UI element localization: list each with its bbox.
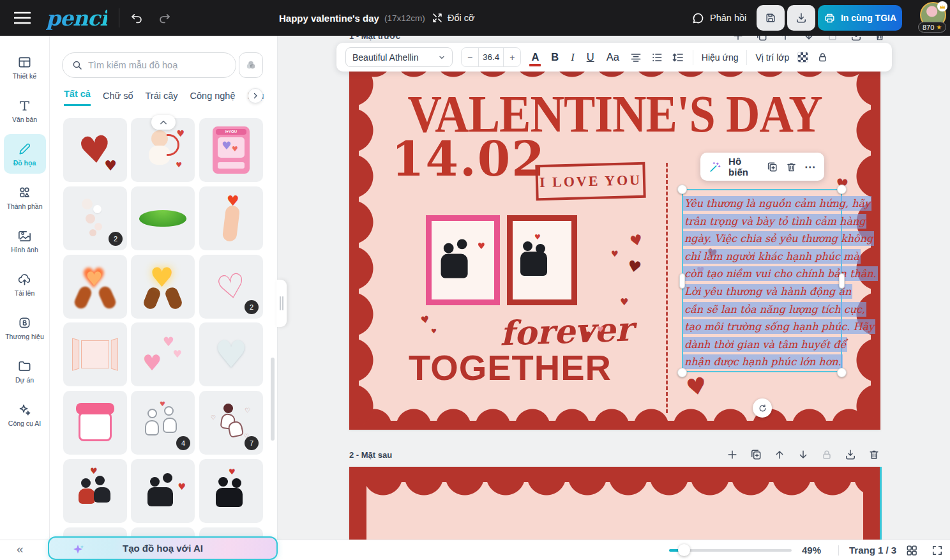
layer-position-button[interactable]: Vị trí lớp: [755, 52, 789, 63]
list-button[interactable]: [651, 51, 663, 64]
menu-icon[interactable]: [14, 0, 31, 36]
sidebar-item-uploads[interactable]: Tải lên: [4, 264, 46, 304]
download-page-icon[interactable]: [850, 36, 863, 42]
text-color-button[interactable]: A: [529, 50, 541, 64]
graphic-tile-couple-hug-red[interactable]: ♥: [63, 459, 127, 523]
duplicate-element-button[interactable]: [766, 161, 778, 173]
resize-handle-right[interactable]: [839, 273, 845, 289]
resize-handle-left[interactable]: [679, 273, 685, 289]
graphic-tile-pink-frame[interactable]: [63, 322, 127, 386]
duplicate-page-icon[interactable]: [755, 36, 768, 42]
text-case-button[interactable]: Aa: [605, 50, 621, 64]
collapse-results-button[interactable]: [151, 115, 176, 130]
move-down-icon[interactable]: [803, 36, 815, 42]
collapse-panel-button[interactable]: «: [17, 542, 24, 556]
pages-grid-button[interactable]: [905, 544, 918, 557]
print-button[interactable]: In cùng TGIA: [818, 5, 902, 31]
delete-page-icon[interactable]: [868, 448, 880, 461]
sidebar-item-ai-tools[interactable]: Công cụ AI: [4, 395, 46, 434]
graphic-tile-love-arcade-machine[interactable]: I♥YOU ♥ ♥: [199, 118, 263, 182]
line-spacing-button[interactable]: [672, 51, 684, 64]
sidebar-item-design[interactable]: Thiết kế: [4, 47, 46, 87]
align-button[interactable]: [630, 51, 642, 64]
color-filter-button[interactable]: [239, 52, 263, 78]
resize-handle-bottom-right[interactable]: [837, 368, 847, 377]
add-page-icon[interactable]: [732, 36, 744, 42]
graphic-tile-hands-golden-heart[interactable]: ♥: [131, 255, 195, 319]
font-select[interactable]: Beautiful Athellin: [345, 47, 453, 67]
increase-font-button[interactable]: +: [504, 52, 520, 63]
add-page-icon[interactable]: [726, 448, 739, 461]
graphic-tile-hands-orange-glow-heart[interactable]: ♥ ♥: [63, 255, 127, 319]
duplicate-page-icon[interactable]: [750, 448, 762, 461]
panel-scrollbar[interactable]: [271, 358, 275, 441]
graphic-tile-grass-mound[interactable]: [131, 186, 195, 250]
together-text[interactable]: TOGETHER: [389, 347, 631, 388]
zoom-slider-handle[interactable]: [678, 544, 690, 556]
sidebar-item-images[interactable]: Hình ảnh: [4, 221, 46, 261]
graphic-tile-bubble-hearts[interactable]: ♥ ♥ ♥: [131, 322, 195, 386]
graphic-tile-couple-walking-sketch[interactable]: ♡ ♡ ♡ 7: [199, 391, 263, 455]
sidebar-item-projects[interactable]: Dự án: [4, 351, 46, 391]
lock-page-icon[interactable]: [826, 36, 839, 42]
sidebar-item-components[interactable]: Thành phần: [4, 178, 46, 217]
undo-icon[interactable]: [130, 0, 144, 36]
message-text-element[interactable]: Yêu thương là nguồn cảm hứng, hãy trân t…: [683, 190, 841, 371]
graphic-tile-pearl-balloons[interactable]: 2: [63, 186, 127, 250]
couple-stamp-pink[interactable]: ♥: [426, 215, 500, 305]
page-1-label[interactable]: 1 - Mặt trước: [349, 36, 400, 42]
resize-handle-bottom-left[interactable]: [677, 368, 687, 377]
i-love-you-stamp[interactable]: I LOVE YOU: [535, 162, 645, 201]
effects-button[interactable]: Hiệu ứng: [702, 52, 739, 63]
sidebar-item-brand[interactable]: Thương hiệu: [4, 308, 46, 347]
lock-page-icon[interactable]: [820, 448, 833, 461]
tab-fruit[interactable]: Trái cây: [146, 91, 178, 106]
document-title[interactable]: Happy valentine's day: [279, 13, 379, 24]
rotate-handle[interactable]: [753, 398, 772, 418]
underline-button[interactable]: U: [585, 50, 596, 64]
credits-badge[interactable]: 870 ★: [918, 22, 946, 33]
graphic-tile-glass-heart[interactable]: ♥: [199, 322, 263, 386]
delete-page-icon[interactable]: [873, 36, 886, 42]
delete-element-button[interactable]: [785, 161, 797, 173]
card-date-text[interactable]: 14.02: [391, 132, 546, 186]
transform-button[interactable]: Hô biến: [728, 156, 759, 178]
font-size-stepper[interactable]: − 36.4 +: [461, 47, 521, 67]
graphic-tile-pink-gift-box[interactable]: [63, 391, 127, 455]
tab-all[interactable]: Tất cả: [64, 89, 91, 106]
tab-technology[interactable]: Công nghệ: [190, 91, 236, 106]
move-up-icon[interactable]: [773, 448, 786, 461]
lock-button[interactable]: [817, 51, 829, 63]
font-size-value[interactable]: 36.4: [478, 48, 504, 66]
feedback-button[interactable]: Phản hồi: [691, 0, 746, 36]
graphic-tile-couple-hug-black[interactable]: ♥: [131, 459, 195, 523]
save-button[interactable]: [757, 5, 785, 31]
redo-icon[interactable]: [158, 0, 172, 36]
graphic-tile-couple-sketch[interactable]: ♥ 4: [131, 391, 195, 455]
generate-graphics-ai-button[interactable]: Tạo đồ hoạ với AI: [48, 536, 278, 560]
move-up-icon[interactable]: [779, 36, 792, 42]
graphic-tile-hand-holding-heart[interactable]: ♥: [199, 186, 263, 250]
tab-numbers[interactable]: Chữ số: [103, 91, 133, 106]
bold-button[interactable]: B: [549, 50, 561, 64]
card-back-page[interactable]: Em không biết phải bắt đầu như thế nào, …: [349, 467, 880, 540]
download-page-icon[interactable]: [844, 448, 857, 461]
resize-button[interactable]: Đổi cỡ: [432, 0, 475, 36]
resize-handle-top-right[interactable]: [837, 185, 847, 194]
fullscreen-button[interactable]: [931, 544, 944, 557]
graphic-tile-ribbon-heart[interactable]: ♡ 2: [199, 255, 263, 319]
tabs-scroll-right-button[interactable]: [248, 88, 263, 103]
panel-resize-handle[interactable]: [276, 280, 287, 327]
canvas-area[interactable]: 1 - Mặt trước Beautiful Athellin − 36.4 …: [278, 36, 950, 540]
graphic-tile-heart-paper[interactable]: ♥ ♥: [63, 118, 127, 182]
italic-button[interactable]: I: [569, 50, 577, 65]
page-2-label[interactable]: 2 - Mặt sau: [349, 450, 392, 460]
graphic-tile-couple-hug-dark[interactable]: ♥: [199, 459, 263, 523]
download-button[interactable]: [787, 5, 815, 31]
sidebar-item-text[interactable]: Văn bản: [4, 91, 46, 130]
couple-stamp-red[interactable]: ♥: [507, 215, 577, 305]
more-options-button[interactable]: ⋯: [804, 160, 816, 174]
sidebar-item-graphics[interactable]: Đồ họa: [4, 134, 46, 174]
card-front-page[interactable]: VALENTINE'S DAY 14.02 I LOVE YOU ♥: [349, 56, 880, 430]
search-input[interactable]: [88, 60, 209, 70]
